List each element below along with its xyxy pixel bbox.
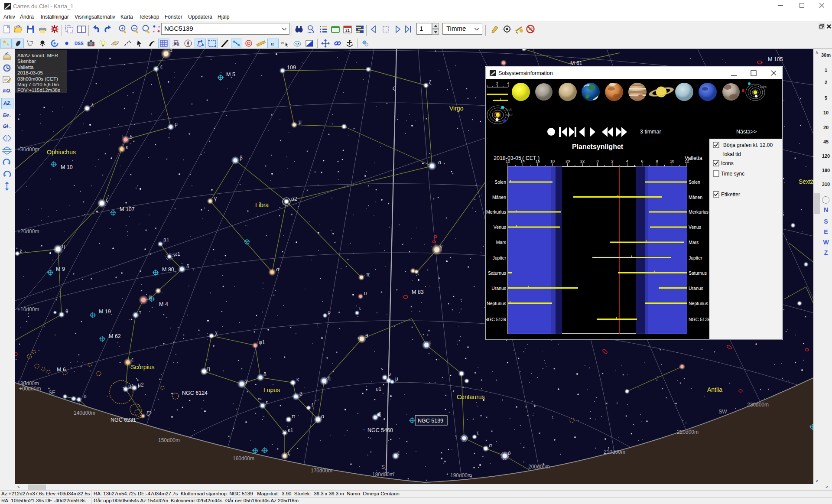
svg-text:Gl: Gl [3, 124, 9, 129]
svg-text:α: α [321, 413, 324, 419]
svg-text:ζ2: ζ2 [146, 410, 152, 416]
svg-text:NGC 5139: NGC 5139 [486, 317, 506, 322]
svg-text:18: 18 [550, 159, 555, 163]
svg-text:η: η [207, 365, 210, 371]
svg-text:ξ: ξ [20, 248, 23, 254]
svg-text:Saturnus: Saturnus [488, 270, 506, 276]
svg-text:M 9: M 9 [56, 266, 65, 272]
svg-text:μ1: μ1 [128, 383, 134, 389]
svg-text:M 5: M 5 [226, 72, 235, 78]
svg-text:Jupiter: Jupiter [689, 255, 702, 260]
svg-text:Kärb: Kärb [760, 85, 767, 88]
svg-text:03h00m00s (CET): 03h00m00s (CET) [17, 76, 58, 81]
svg-text:η: η [328, 375, 331, 381]
svg-text:lokal tid: lokal tid [723, 151, 741, 157]
svg-text:ζ: ζ [429, 79, 432, 85]
svg-text:Saturnus: Saturnus [689, 270, 707, 276]
svg-text:Antlia: Antlia [707, 386, 722, 393]
svg-text:EQ: EQ [174, 42, 179, 46]
svg-text:ε: ε [126, 144, 128, 150]
svg-text:NGC 5139: NGC 5139 [689, 317, 710, 322]
svg-text:Lupus: Lupus [263, 387, 280, 393]
svg-text:υ: υ [84, 393, 87, 400]
svg-text:Mag:7.0/10.5,6.0m: Mag:7.0/10.5,6.0m [17, 82, 59, 87]
svg-text:γ: γ [440, 244, 442, 250]
svg-text:υ: υ [364, 290, 367, 296]
svg-text:η: η [62, 243, 65, 249]
svg-text:150d00m: 150d00m [158, 437, 180, 443]
svg-text:M 80: M 80 [162, 267, 174, 273]
svg-text:M 105: M 105 [768, 56, 783, 62]
svg-text:Skenbar: Skenbar [17, 59, 36, 64]
svg-text:Mars: Mars [689, 240, 699, 245]
svg-text:M 10: M 10 [61, 164, 73, 170]
svg-text:Planetsynlighet: Planetsynlighet [572, 143, 624, 150]
svg-text:ν: ν [388, 371, 391, 377]
svg-text:Jupiter: Jupiter [492, 255, 506, 260]
svg-text:M 62: M 62 [109, 333, 121, 339]
svg-text:τ: τ [359, 305, 361, 311]
svg-text:ρ: ρ [328, 309, 331, 315]
svg-text:ε: ε [160, 64, 163, 70]
svg-text:NGC 5460: NGC 5460 [367, 427, 393, 433]
svg-text:10: 10 [670, 159, 674, 163]
svg-text:M 6: M 6 [57, 367, 66, 373]
svg-text:Solen: Solen [494, 179, 506, 185]
svg-text:12: 12 [685, 159, 689, 163]
svg-text:8: 8 [656, 159, 658, 163]
svg-text:Börja grafen kl. 12.00: Börja grafen kl. 12.00 [723, 142, 773, 148]
svg-text:ζ: ζ [393, 85, 395, 91]
svg-text:Venus: Venus [689, 224, 701, 230]
svg-text:+20d00m: +20d00m [17, 228, 39, 234]
svg-text:δ: δ [508, 450, 511, 456]
svg-text:ε: ε [131, 357, 134, 363]
svg-text:θ: θ [365, 333, 368, 339]
svg-text:Uranus: Uranus [491, 286, 506, 291]
svg-text:+10d00m: +10d00m [17, 306, 39, 312]
svg-text:γ: γ [214, 195, 217, 202]
svg-text:16: 16 [536, 159, 540, 163]
svg-text:Etiketter: Etiketter [721, 192, 740, 198]
svg-text:ε: ε [397, 450, 400, 456]
svg-text:ι: ι [429, 339, 431, 345]
svg-text:Sextans: Sextans [799, 178, 813, 185]
svg-text:12: 12 [506, 159, 510, 163]
svg-text:Mars: Mars [496, 240, 506, 245]
svg-text:Merkurius: Merkurius [486, 209, 506, 215]
svg-text:220d00m: 220d00m [677, 429, 699, 435]
svg-text:γ: γ [245, 378, 248, 384]
svg-text:180d00m: 180d00m [372, 471, 394, 478]
svg-text:τ: τ [139, 309, 141, 315]
svg-text:M 107: M 107 [120, 206, 135, 212]
svg-text:Neptunus: Neptunus [487, 301, 506, 306]
svg-text:190d00m: 190d00m [450, 472, 472, 478]
svg-text:σ: σ [276, 267, 280, 273]
svg-text:Valletta: Valletta [17, 65, 34, 70]
svg-text:π: π [292, 413, 295, 419]
svg-text:Merkurius: Merkurius [689, 209, 708, 215]
svg-text:+00d00m: +00d00m [19, 386, 41, 392]
svg-text:Nästa>>: Nästa>> [736, 129, 757, 135]
svg-text:21: 21 [345, 28, 350, 33]
svg-text:λ: λ [91, 102, 94, 108]
svg-text:FOV:+115d12m38s: FOV:+115d12m38s [17, 88, 60, 93]
svg-text:M 61: M 61 [570, 60, 582, 66]
svg-text:Ec: Ec [3, 112, 9, 117]
svg-text:Satur: Satur [505, 114, 513, 117]
svg-text:ζ: ζ [106, 197, 108, 203]
svg-text:α2: α2 [291, 196, 297, 202]
svg-text:μ: μ [395, 376, 398, 382]
svg-text:Månen: Månen [492, 195, 506, 200]
svg-text:ζ: ζ [288, 450, 290, 456]
svg-text:6: 6 [641, 159, 643, 163]
svg-text:Jupit: Jupit [505, 108, 512, 111]
svg-text:0: 0 [596, 159, 598, 163]
svg-text:μ: μ [299, 119, 302, 125]
svg-text:Månen: Månen [689, 195, 702, 200]
svg-text:3 timmar: 3 timmar [640, 129, 661, 135]
svg-text:DSS: DSS [75, 41, 84, 46]
svg-text:2: 2 [496, 81, 498, 85]
svg-text:σ: σ [489, 442, 492, 449]
svg-text:EQ: EQ [3, 88, 10, 93]
svg-text:τ: τ [477, 430, 479, 436]
